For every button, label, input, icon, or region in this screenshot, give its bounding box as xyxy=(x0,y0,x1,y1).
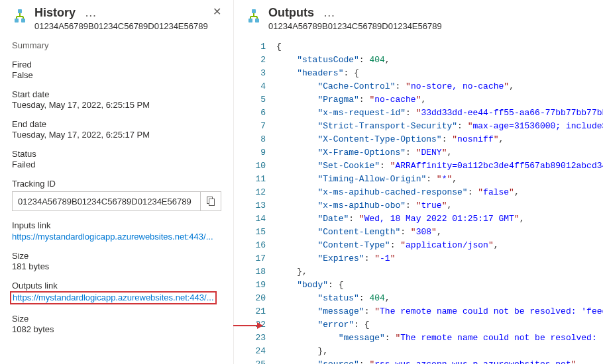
outputs-header: Outputs … 01234A56789B01234C56789D01234E… xyxy=(246,5,603,31)
history-header: History … 01234A56789B01234C56789D01234E… xyxy=(12,5,221,31)
svg-rect-13 xyxy=(252,9,256,13)
outputs-title: Outputs xyxy=(268,6,314,19)
svg-rect-14 xyxy=(248,19,252,23)
history-more-button[interactable]: … xyxy=(85,6,97,19)
outputs-size-value: 1082 bytes xyxy=(12,324,221,334)
close-icon[interactable]: ✕ xyxy=(213,5,221,18)
json-editor[interactable]: 1234567891011121314151617181920212223242… xyxy=(246,40,603,364)
summary-link[interactable]: Summary xyxy=(12,40,221,50)
workflow-icon xyxy=(12,8,28,24)
copy-icon xyxy=(207,197,215,206)
inputs-size-value: 181 bytes xyxy=(12,261,221,271)
fired-value: False xyxy=(12,70,221,80)
outputs-link-label: Outputs link xyxy=(12,281,221,291)
outputs-link[interactable]: https://mystandardlogicapp.azurewebsites… xyxy=(13,293,214,302)
fired-label: Fired xyxy=(12,60,221,69)
outputs-link-highlight: https://mystandardlogicapp.azurewebsites… xyxy=(10,291,217,304)
outputs-more-button[interactable]: … xyxy=(323,6,336,19)
end-date-value: Tuesday, May 17, 2022, 6:25:17 PM xyxy=(12,130,221,140)
inputs-size-label: Size xyxy=(12,251,221,261)
end-date-label: End date xyxy=(12,119,221,129)
start-date-value: Tuesday, May 17, 2022, 6:25:15 PM xyxy=(12,100,221,110)
inputs-link[interactable]: https://mystandardlogicapp.azurewebsites… xyxy=(12,232,213,242)
outputs-size-label: Size xyxy=(12,314,221,324)
tracking-id-label: Tracking ID xyxy=(12,179,221,189)
status-label: Status xyxy=(12,149,221,159)
history-panel: History … 01234A56789B01234C56789D01234E… xyxy=(0,0,234,364)
svg-rect-6 xyxy=(21,19,25,23)
line-gutter: 1234567891011121314151617181920212223242… xyxy=(246,40,276,364)
start-date-label: Start date xyxy=(12,89,221,99)
code-content: { "statusCode": 404, "headers": { "Cache… xyxy=(276,40,603,364)
status-value: Failed xyxy=(12,159,221,169)
tracking-id-box xyxy=(12,191,221,211)
svg-rect-8 xyxy=(209,199,214,206)
svg-rect-15 xyxy=(255,19,259,23)
history-id: 01234A56789B01234C56789D01234E56789 xyxy=(34,21,221,31)
tracking-id-input[interactable] xyxy=(13,192,200,210)
inputs-link-label: Inputs link xyxy=(12,220,221,230)
outputs-id: 01234A56789B01234C56789D01234E56789 xyxy=(268,21,603,31)
outputs-panel: Outputs … 01234A56789B01234C56789D01234E… xyxy=(234,0,603,364)
workflow-icon xyxy=(246,8,262,24)
svg-rect-4 xyxy=(18,9,22,13)
svg-rect-5 xyxy=(15,19,19,23)
copy-button[interactable] xyxy=(200,192,221,210)
history-title: History xyxy=(34,6,76,19)
